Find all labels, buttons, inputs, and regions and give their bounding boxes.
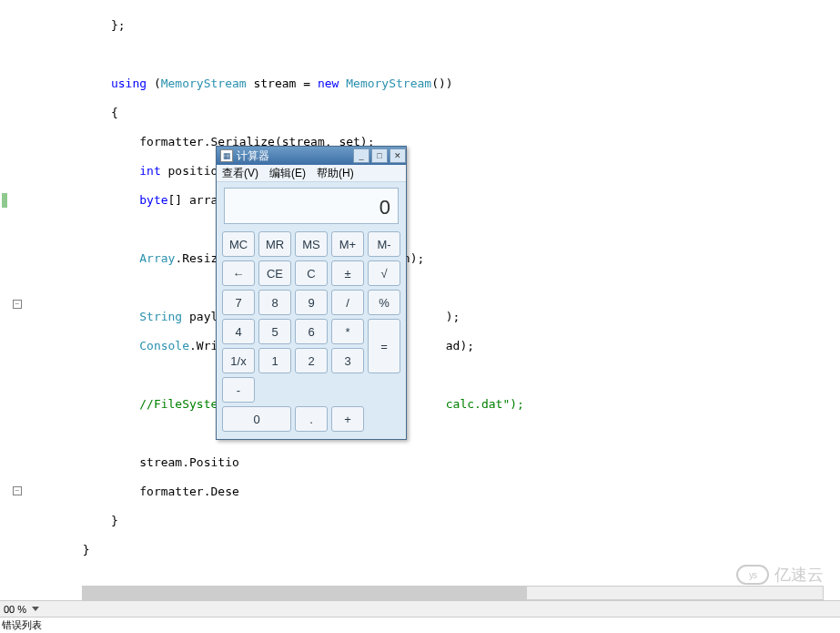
digit-5-button[interactable]: 5	[258, 319, 291, 344]
code-line: //FileSystemUt calc.dat");	[25, 397, 840, 412]
zoom-level[interactable]: 00 %	[0, 604, 30, 615]
mplus-button[interactable]: M+	[331, 231, 364, 257]
code-line	[25, 572, 840, 587]
fold-toggle[interactable]: −	[13, 486, 22, 495]
error-list-tab[interactable]: 错误列表	[0, 617, 840, 633]
code-line	[25, 281, 840, 295]
calculator-icon: ▦	[220, 149, 233, 162]
code-content[interactable]: }; using (MemoryStream stream = new Memo…	[0, 0, 840, 597]
maximize-button[interactable]: □	[371, 148, 388, 163]
calculator-window[interactable]: ▦ 计算器 _ □ ✕ 查看(V) 编辑(E) 帮助(H) 0 MC MR MS…	[216, 146, 407, 440]
equals-button[interactable]: =	[368, 319, 400, 373]
plusminus-button[interactable]: ±	[331, 260, 364, 286]
digit-4-button[interactable]: 4	[222, 319, 255, 344]
divide-button[interactable]: /	[331, 290, 364, 315]
digit-9-button[interactable]: 9	[295, 290, 328, 315]
code-line: formatter.Dese	[25, 485, 840, 499]
code-line: using (MemoryStream stream = new MemoryS…	[25, 77, 840, 91]
change-indicator	[2, 193, 7, 208]
code-line: int position = (int)stream.Position;	[25, 164, 840, 179]
code-line	[25, 47, 840, 62]
ce-button[interactable]: CE	[258, 260, 291, 286]
code-line	[25, 426, 840, 441]
code-line: formatter.Serialize(stream, set);	[25, 135, 840, 149]
digit-8-button[interactable]: 8	[258, 290, 291, 315]
mc-button[interactable]: MC	[222, 231, 255, 257]
backspace-button[interactable]: ←	[222, 260, 255, 286]
code-line: }	[25, 514, 840, 528]
add-button[interactable]: +	[331, 406, 364, 432]
calculator-keypad: MC MR MS M+ M- ← CE C ± √ 7 8 9 / % 4 5 …	[217, 230, 406, 439]
digit-0-button[interactable]: 0	[222, 406, 291, 432]
scrollbar-thumb[interactable]	[83, 587, 527, 599]
digit-3-button[interactable]: 3	[331, 348, 364, 373]
code-line: {	[25, 106, 840, 120]
decimal-button[interactable]: .	[295, 406, 328, 432]
mr-button[interactable]: MR	[258, 231, 291, 257]
c-button[interactable]: C	[295, 260, 328, 286]
code-line: Console.WriteL ad);	[25, 339, 840, 353]
code-line: String payload );	[25, 310, 840, 324]
ms-button[interactable]: MS	[295, 231, 328, 257]
digit-6-button[interactable]: 6	[295, 319, 328, 344]
mminus-button[interactable]: M-	[368, 231, 400, 257]
calculator-titlebar[interactable]: ▦ 计算器 _ □ ✕	[217, 147, 406, 165]
percent-button[interactable]: %	[368, 290, 400, 315]
menu-view[interactable]: 查看(V)	[217, 166, 264, 181]
code-line: };	[25, 18, 840, 33]
code-line: stream.Positio	[25, 455, 840, 470]
calculator-title-text: 计算器	[237, 148, 269, 164]
zoom-bar: 00 %	[0, 600, 840, 617]
code-line: byte[] array = stream.GetBuffer();	[25, 193, 840, 208]
calculator-menubar: 查看(V) 编辑(E) 帮助(H)	[217, 165, 406, 182]
minimize-button[interactable]: _	[353, 148, 369, 163]
calculator-display: 0	[224, 188, 399, 224]
fold-toggle[interactable]: −	[13, 300, 22, 309]
subtract-button[interactable]: -	[222, 377, 255, 403]
menu-help[interactable]: 帮助(H)	[311, 166, 359, 181]
code-line: }	[25, 543, 840, 557]
code-line	[25, 222, 840, 237]
zoom-dropdown-icon[interactable]	[32, 607, 39, 611]
digit-2-button[interactable]: 2	[295, 348, 328, 373]
digit-1-button[interactable]: 1	[258, 348, 291, 373]
code-line: Array.Resize<byte>(ref array, position);	[25, 251, 840, 266]
multiply-button[interactable]: *	[331, 319, 364, 344]
sqrt-button[interactable]: √	[368, 260, 400, 286]
close-button[interactable]: ✕	[390, 148, 406, 163]
reciprocal-button[interactable]: 1/x	[222, 348, 255, 373]
code-editor[interactable]: − − }; using (MemoryStream stream = new …	[0, 0, 840, 597]
horizontal-scrollbar[interactable]	[82, 586, 824, 600]
menu-edit[interactable]: 编辑(E)	[264, 166, 311, 181]
code-line	[25, 368, 840, 383]
digit-7-button[interactable]: 7	[222, 290, 255, 315]
